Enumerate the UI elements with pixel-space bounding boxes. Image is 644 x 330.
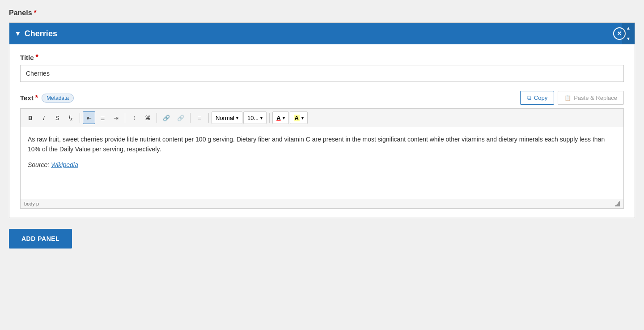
paste-icon: 📋 [564, 95, 571, 101]
panel-header: ▼ Cherries × ▲ ▼ [9, 23, 635, 44]
paragraph-style-arrow: ▾ [236, 116, 238, 120]
metadata-badge-label: Metadata [47, 95, 69, 101]
blockquote-icon: ≡ [198, 115, 201, 121]
panel-collapse-icon[interactable]: ▼ [15, 30, 21, 37]
font-color-arrow: ▾ [283, 116, 285, 120]
toolbar-separator-3 [157, 113, 157, 123]
strikethrough-button[interactable]: S [51, 111, 64, 124]
rich-text-editor: B I S Ix ⇤ ≣ ⇥ [20, 108, 624, 209]
bg-color-arrow: ▾ [301, 116, 304, 120]
link-button[interactable]: 🔗 [160, 111, 173, 124]
editor-toolbar: B I S Ix ⇤ ≣ ⇥ [21, 109, 623, 127]
page-header: Panels * [9, 9, 635, 17]
link-icon: 🔗 [163, 115, 170, 121]
align-center-button[interactable]: ≣ [96, 111, 109, 124]
unordered-list-icon: ⁝ [133, 115, 135, 121]
font-size-label: 10... [247, 115, 258, 121]
font-color-label: A [276, 115, 280, 121]
editor-source-line: Source: Wikipedia [28, 160, 616, 170]
unlink-button[interactable]: 🔗 [174, 111, 187, 124]
copy-paste-buttons: ⧉ Copy 📋 Paste & Replace [520, 91, 624, 105]
align-center-icon: ≣ [100, 115, 105, 121]
align-left-icon: ⇤ [87, 115, 92, 121]
clear-format-icon: Ix [69, 114, 72, 121]
bold-icon: B [28, 115, 32, 121]
toolbar-separator-1 [80, 113, 80, 123]
panel-title: Cherries [25, 29, 613, 39]
editor-paragraph: As raw fruit, sweet cherries provide lit… [28, 134, 616, 154]
font-size-arrow: ▾ [260, 116, 263, 120]
paragraph-style-label: Normal [216, 115, 234, 121]
bg-color-dropdown[interactable]: A ▾ [290, 111, 308, 124]
italic-icon: I [43, 115, 45, 121]
text-field-label: Text * [20, 94, 38, 102]
toolbar-separator-2 [125, 113, 125, 123]
title-required-star: * [36, 53, 38, 61]
panel-scroll-controls: ▲ ▼ [622, 23, 635, 44]
align-left-button[interactable]: ⇤ [83, 111, 95, 124]
ordered-list-button[interactable]: ⌘ [141, 111, 154, 124]
toolbar-separator-6 [269, 113, 270, 123]
panel-scroll-down-icon[interactable]: ▼ [626, 37, 631, 41]
clear-format-button[interactable]: Ix [64, 111, 77, 124]
align-right-button[interactable]: ⇥ [110, 111, 122, 124]
font-color-dropdown[interactable]: A ▾ [272, 111, 288, 124]
unordered-list-button[interactable]: ⁝ [128, 111, 140, 124]
panel-body: Title * Text * Metadata ⧉ Copy 📋 Paste &… [9, 44, 635, 218]
source-label: Source: [28, 161, 49, 168]
strikethrough-icon: S [55, 115, 59, 121]
bold-button[interactable]: B [24, 111, 37, 124]
italic-button[interactable]: I [38, 111, 50, 124]
panel-container: ▼ Cherries × ▲ ▼ Title * Text * Metadata [9, 22, 635, 218]
wikipedia-link[interactable]: Wikipedia [51, 161, 78, 168]
resize-handle[interactable] [614, 201, 620, 206]
text-field-header: Text * Metadata ⧉ Copy 📋 Paste & Replace [20, 91, 624, 105]
paste-label: Paste & Replace [574, 94, 617, 101]
close-icon: × [617, 30, 621, 38]
bg-color-label: A [294, 115, 300, 121]
title-field-label: Title * [20, 53, 624, 61]
ordered-list-icon: ⌘ [145, 115, 151, 121]
panels-label: Panels [9, 9, 32, 17]
title-input[interactable] [20, 65, 624, 82]
editor-content-area[interactable]: As raw fruit, sweet cherries provide lit… [21, 127, 623, 199]
copy-icon: ⧉ [527, 94, 531, 102]
editor-footer: body p [21, 199, 623, 208]
unlink-icon: 🔗 [177, 115, 184, 121]
font-size-dropdown[interactable]: 10... ▾ [243, 111, 267, 124]
text-required-star: * [35, 94, 38, 102]
blockquote-button[interactable]: ≡ [193, 111, 206, 124]
copy-button[interactable]: ⧉ Copy [520, 91, 554, 105]
toolbar-separator-5 [208, 113, 209, 123]
text-label-text: Text [20, 94, 34, 102]
toolbar-separator-4 [190, 113, 191, 123]
panels-required-star: * [34, 9, 37, 17]
paste-replace-button[interactable]: 📋 Paste & Replace [558, 91, 624, 105]
panel-scroll-up-icon[interactable]: ▲ [626, 26, 631, 30]
align-right-icon: ⇥ [114, 115, 119, 121]
paragraph-style-dropdown[interactable]: Normal ▾ [212, 111, 242, 124]
copy-label: Copy [534, 94, 547, 101]
editor-breadcrumb: body p [24, 201, 39, 206]
add-panel-button[interactable]: ADD PANEL [9, 229, 72, 249]
metadata-badge-button[interactable]: Metadata [42, 94, 74, 103]
title-label-text: Title [20, 54, 34, 61]
